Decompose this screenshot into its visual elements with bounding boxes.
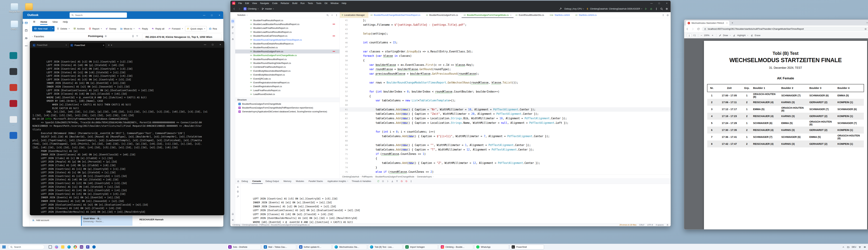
- pinned-app-icon[interactable]: [72, 245, 78, 250]
- structure-item[interactable]: m BoulderRoundJudgesFormChangeMode(PdfRe…: [235, 106, 340, 110]
- browser-window-controls[interactable]: —□×: [864, 20, 868, 26]
- tab-dropdown-icon[interactable]: ▾: [111, 44, 112, 46]
- terminal-tab[interactable]: >_ PowerShell ×: [69, 42, 106, 48]
- draw-button[interactable]: Draw▾: [719, 34, 731, 37]
- editor-tab[interactable]: C# BoulderRoundJudgesForm.cs: [424, 12, 462, 18]
- editor-tab[interactable]: C# BoulderRoundChangeModeStartTimesRepor…: [368, 12, 424, 18]
- commit-tool-icon[interactable]: [231, 26, 234, 29]
- taskbar-window-button[interactable]: Tobi (B) Test - Lea…: [368, 245, 402, 249]
- view-breakpoints-icon[interactable]: [405, 180, 408, 183]
- debug-panel-tab[interactable]: Modules: [294, 179, 307, 184]
- outlook-toolbar-button[interactable]: Reply: [137, 26, 150, 31]
- hamburger-icon[interactable]: [33, 20, 36, 24]
- run-button[interactable]: [645, 7, 647, 10]
- address-bar[interactable]: localhost:4507/scoring/2617/boulder/star…: [702, 27, 868, 31]
- outlook-toolbar-button[interactable]: Sweep: [104, 26, 118, 31]
- step-into-icon[interactable]: [391, 180, 394, 183]
- outlook-toolbar-button[interactable]: Reply all: [150, 26, 166, 31]
- rider-menu-item[interactable]: Navigate: [260, 2, 269, 4]
- file-tree-item[interactable]: C# BoulderRoundJudgesForm.cs: [235, 50, 340, 53]
- outlook-toolbar-button[interactable]: New mail▾: [32, 26, 55, 31]
- outlook-toolbar-button[interactable]: Quick steps ▾: [185, 26, 207, 31]
- outlook-toolbar-button[interactable]: Move to ▾: [119, 26, 136, 31]
- outlook-toolbar-button[interactable]: Rea: [208, 26, 219, 31]
- pinned-app-icon[interactable]: T: [85, 245, 90, 250]
- git-branch-selector[interactable]: master▾: [261, 7, 274, 10]
- zoom-level[interactable]: 100%: [704, 34, 710, 37]
- stop-icon[interactable]: [382, 180, 384, 183]
- debug-panel-tab[interactable]: Threads & Variables: [350, 179, 374, 184]
- bookmark-star-icon[interactable]: [864, 28, 867, 30]
- outlook-toolbar-button[interactable]: Delete ▾: [55, 26, 71, 31]
- breadcrumb-item[interactable]: BoulderRoundJudgesFormChangeMode›: [375, 176, 416, 178]
- file-tree-item[interactable]: C# BoulderRoundCallTimesReport.cs: [235, 34, 340, 38]
- pinned-app-icon[interactable]: [66, 245, 71, 250]
- taskbar-window-button[interactable]: RD Climbing – Boulde…: [439, 245, 473, 249]
- notifications-bell-icon[interactable]: [666, 14, 669, 16]
- start-button[interactable]: [1, 245, 7, 250]
- rider-menu-item[interactable]: Git: [324, 2, 328, 4]
- outlook-toolbar-button[interactable]: Report ▾: [87, 26, 103, 31]
- rider-menu-item[interactable]: Run: [301, 2, 305, 4]
- file-tree-item[interactable]: C# BoulderLeadFinalResultsReport.cs: [235, 26, 340, 30]
- language-indicator[interactable]: DEU: [852, 246, 856, 248]
- taskbar-window-button[interactable]: W further update Kl…: [297, 245, 332, 249]
- rider-menu-item[interactable]: Help: [342, 2, 346, 4]
- editor-tab[interactable]: C# EventResultBoulderDto.cs: [514, 12, 548, 18]
- file-tree-item[interactable]: C# EventRegistrationsInternalReport.cs: [235, 81, 340, 84]
- pinned-app-icon[interactable]: [60, 245, 65, 250]
- soft-wrap-icon[interactable]: [237, 186, 239, 188]
- lock-icon[interactable]: [666, 224, 669, 226]
- clear-console-icon[interactable]: [237, 190, 239, 193]
- wifi-icon[interactable]: [859, 246, 861, 248]
- desktop-icon[interactable]: …: [6, 68, 21, 78]
- solution-panel-header[interactable]: Solution▾: [230, 12, 340, 18]
- refresh-icon[interactable]: [697, 28, 700, 30]
- desktop-icon[interactable]: …: [6, 100, 21, 110]
- back-icon[interactable]: [233, 7, 236, 10]
- line-ending-indicator[interactable]: CRLF: [639, 224, 644, 226]
- debug-button[interactable]: [650, 7, 653, 10]
- highlight-button[interactable]: Highlight▾: [733, 34, 748, 37]
- close-tab-icon[interactable]: ×: [66, 44, 67, 46]
- file-tree-item[interactable]: C# BoulderFinalResultsReport.cs: [235, 19, 340, 22]
- calendar-icon[interactable]: [25, 29, 28, 33]
- step-over-icon[interactable]: [386, 180, 389, 183]
- search-everywhere-icon[interactable]: [660, 7, 663, 10]
- file-tree-item[interactable]: C# BoulderLeadBoulderRoundResultlistRepo…: [235, 22, 340, 26]
- file-tree-item[interactable]: C# BoulderRoundDetailsResultlistReport.c…: [235, 42, 340, 45]
- browser-tab[interactable]: P Wechselmodus Startzeiten FINALE ×: [686, 21, 729, 26]
- taskbar-window-button[interactable]: WhatsApp: [474, 245, 509, 249]
- rerun-icon[interactable]: [377, 180, 379, 183]
- editor-tab[interactable]: C# Startlists.cshtml.cs: [574, 12, 600, 18]
- outlook-window-controls[interactable]: —□×: [200, 11, 223, 19]
- add-account-button[interactable]: Add account: [32, 219, 49, 221]
- outlook-toolbar-button[interactable]: Archive: [72, 26, 87, 31]
- structure-tool-icon[interactable]: [231, 32, 234, 35]
- file-tree-item[interactable]: C# BoulderRoundJudgesFormChangeMode.cs: [235, 54, 340, 57]
- file-tree-item[interactable]: C# EventBodyMassIndexReport.cs: [235, 73, 340, 76]
- rider-window-controls[interactable]: —□×: [648, 1, 671, 5]
- taskbar-window-button[interactable]: N Solo - OneNote: [226, 245, 261, 249]
- email-list-item[interactable]: Stadt Wien – B… Erinnerung – Rechn…: [81, 216, 132, 226]
- pinned-app-icon[interactable]: [54, 245, 59, 250]
- pdf-viewport[interactable]: Tobi (B) Test WECHSELMODUS STARTZEITEN F…: [684, 38, 868, 229]
- file-tree-item[interactable]: C# BoulderRoundResultlistReport.cs: [235, 57, 340, 61]
- breadcrumb-item[interactable]: GenerateAsync›: [417, 176, 434, 178]
- file-tree-item[interactable]: C# BoulderRoundDocket.cs: [235, 46, 340, 50]
- close-tab-icon[interactable]: ×: [103, 44, 104, 46]
- zoom-in-icon[interactable]: ＋: [711, 34, 714, 37]
- rider-menu-item[interactable]: Edit: [245, 2, 249, 4]
- run-configuration-selector[interactable]: ClimbingDataHub: ClimbingDataHub DEBUGGE…: [586, 7, 642, 10]
- back-icon[interactable]: [686, 28, 689, 30]
- settings-gear-icon[interactable]: [665, 7, 668, 10]
- notifications-tool-icon[interactable]: [231, 213, 234, 216]
- rider-menu-item[interactable]: View: [252, 2, 257, 4]
- taskbar-search[interactable]: Search: [8, 245, 44, 249]
- structure-item[interactable]: m GenerateAsync(ApplicationDbContext dat…: [235, 110, 340, 114]
- page-number-input[interactable]: 1: [687, 34, 691, 37]
- rider-menu-item[interactable]: Window: [331, 2, 339, 4]
- file-tree-item[interactable]: C# LeadRoundDocket.cs: [235, 92, 340, 96]
- forward-icon[interactable]: [238, 7, 241, 10]
- close-tab-icon[interactable]: ×: [726, 22, 727, 24]
